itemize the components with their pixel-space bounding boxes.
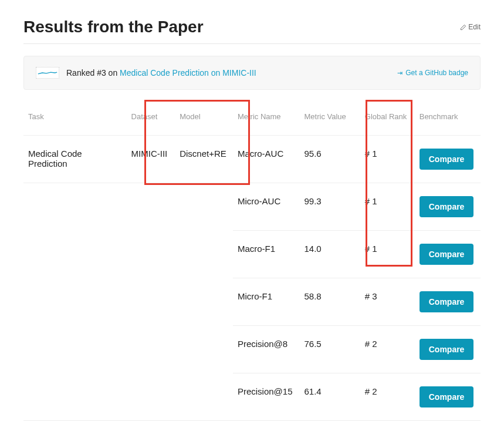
github-badge-link[interactable]: ⇥ Get a GitHub badge (397, 69, 468, 77)
results-table: Task Dataset Model Metric Name Metric Va… (23, 103, 481, 421)
metric-name-cell: Macro-AUC (233, 136, 300, 183)
compare-button[interactable]: Compare (420, 339, 474, 360)
table-row: Precision@1561.4# 2Compare (23, 373, 481, 421)
model-cell (175, 326, 233, 373)
banner-text: Ranked #3 on Medical Code Prediction on … (66, 68, 256, 78)
col-header-task: Task (23, 103, 127, 136)
task-cell (23, 183, 127, 231)
model-cell (175, 231, 233, 278)
metric-value-cell: 58.8 (300, 278, 360, 326)
col-header-metric-name: Metric Name (233, 103, 300, 136)
task-cell (23, 373, 127, 421)
benchmark-cell: Compare (415, 231, 481, 278)
dataset-cell (127, 278, 175, 326)
table-row: Precision@876.5# 2Compare (23, 326, 481, 373)
task-cell: Medical Code Prediction (23, 136, 127, 183)
global-rank-cell: # 1 (360, 231, 415, 278)
metric-name-cell: Precision@8 (233, 326, 300, 373)
dataset-cell (127, 231, 175, 278)
compare-button[interactable]: Compare (420, 386, 474, 407)
metric-value-cell: 95.6 (300, 136, 360, 183)
metric-name-cell: Micro-F1 (233, 278, 300, 326)
dataset-cell: MIMIC-III (127, 136, 175, 183)
edit-link[interactable]: Edit (460, 23, 481, 31)
global-rank-cell: # 2 (360, 373, 415, 421)
table-row: Micro-F158.8# 3Compare (23, 278, 481, 326)
dataset-cell (127, 183, 175, 231)
task-cell (23, 278, 127, 326)
metric-name-cell: Micro-AUC (233, 183, 300, 231)
benchmark-cell: Compare (415, 136, 481, 183)
banner-link[interactable]: Medical Code Prediction on MIMIC-III (120, 68, 256, 78)
dataset-cell (127, 326, 175, 373)
divider (23, 43, 481, 44)
global-rank-cell: # 1 (360, 136, 415, 183)
global-rank-cell: # 3 (360, 278, 415, 326)
compare-button[interactable]: Compare (420, 291, 474, 312)
badge-link-text: Get a GitHub badge (405, 69, 468, 77)
pencil-icon (460, 24, 466, 31)
banner-prefix: Ranked #3 on (66, 68, 120, 78)
col-header-dataset: Dataset (127, 103, 175, 136)
sparkline-icon (36, 67, 59, 79)
task-cell (23, 231, 127, 278)
compare-button[interactable]: Compare (420, 244, 474, 265)
arrow-icon: ⇥ (397, 69, 402, 77)
global-rank-cell: # 1 (360, 183, 415, 231)
benchmark-cell: Compare (415, 326, 481, 373)
benchmark-cell: Compare (415, 278, 481, 326)
col-header-benchmark: Benchmark (415, 103, 481, 136)
col-header-global-rank: Global Rank (360, 103, 415, 136)
dataset-cell (127, 373, 175, 421)
metric-value-cell: 99.3 (300, 183, 360, 231)
rank-banner: Ranked #3 on Medical Code Prediction on … (23, 56, 481, 90)
benchmark-cell: Compare (415, 183, 481, 231)
metric-value-cell: 61.4 (300, 373, 360, 421)
metric-name-cell: Macro-F1 (233, 231, 300, 278)
metric-value-cell: 14.0 (300, 231, 360, 278)
model-cell (175, 183, 233, 231)
metric-name-cell: Precision@15 (233, 373, 300, 421)
model-cell (175, 373, 233, 421)
metric-value-cell: 76.5 (300, 326, 360, 373)
model-cell (175, 278, 233, 326)
benchmark-cell: Compare (415, 373, 481, 421)
col-header-model: Model (175, 103, 233, 136)
table-row: Macro-F114.0# 1Compare (23, 231, 481, 278)
page-title: Results from the Paper (23, 18, 204, 36)
col-header-metric-value: Metric Value (300, 103, 360, 136)
compare-button[interactable]: Compare (420, 149, 474, 170)
edit-label: Edit (468, 23, 481, 31)
task-cell (23, 326, 127, 373)
model-cell: Discnet+RE (175, 136, 233, 183)
table-row: Micro-AUC99.3# 1Compare (23, 183, 481, 231)
table-row: Medical Code PredictionMIMIC-IIIDiscnet+… (23, 136, 481, 183)
compare-button[interactable]: Compare (420, 196, 474, 217)
global-rank-cell: # 2 (360, 326, 415, 373)
